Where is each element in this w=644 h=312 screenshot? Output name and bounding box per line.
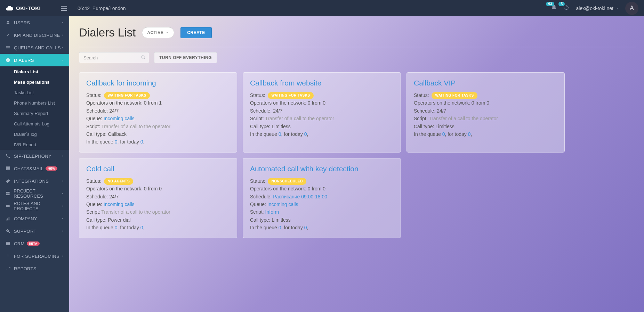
svg-rect-0	[6, 205, 10, 207]
sub-item-dialers-log[interactable]: Dialer`s log	[0, 129, 69, 139]
card-schedule: Schedule: 24/7	[414, 107, 557, 115]
sidebar-item-label: INTEGRATIONS	[14, 179, 49, 184]
user-menu[interactable]: alex@oki-toki.net	[576, 6, 619, 11]
card-call-type: Call type: Callback	[86, 130, 230, 138]
sidebar-item-reports[interactable]: REPORTS	[0, 262, 69, 275]
sidebar-item-crm[interactable]: CRM BETA	[0, 237, 69, 250]
brand-logo[interactable]: OKI-TOKI	[6, 5, 56, 12]
sidebar-item-label: CRM	[14, 241, 25, 246]
turn-off-button[interactable]: TURN OFF EVERYTHING	[154, 52, 217, 63]
chevron-left-icon	[61, 229, 64, 233]
search-input[interactable]	[79, 52, 149, 63]
status-badge: WAITING FOR TASKS	[104, 92, 150, 99]
sub-item-ivr-report[interactable]: IVR Report	[0, 139, 69, 150]
page-title: Dialers List	[79, 26, 136, 39]
timezone-value: Europe/London	[92, 6, 126, 11]
list-icon	[6, 45, 10, 50]
in-queue-link[interactable]: 0	[279, 225, 281, 230]
notif-count-2: 5	[558, 2, 565, 6]
card-operators: Operators on the network: 0 from 0	[414, 99, 557, 107]
sidebar-item-label: CHATS&MAIL	[14, 166, 43, 171]
script-link[interactable]: Inform	[265, 209, 279, 215]
card-title[interactable]: Cold call	[86, 165, 230, 173]
script-link[interactable]: Transfer of a call to the operator	[429, 116, 498, 121]
queue-link[interactable]: Incoming calls	[104, 202, 135, 207]
sidebar-item-kpi[interactable]: KPI AND DISCIPLINE	[0, 29, 69, 41]
in-queue-link[interactable]: 0	[115, 139, 118, 145]
card-title[interactable]: Callback for incoming	[86, 79, 230, 87]
sub-item-summary-report[interactable]: Summary Report	[0, 108, 69, 118]
notifications-bell[interactable]: 93	[551, 5, 557, 12]
queue-link[interactable]: Incoming calls	[104, 116, 135, 121]
sidebar-item-dialers[interactable]: DIALERS	[0, 54, 69, 66]
card-title[interactable]: Callback from website	[250, 79, 394, 87]
in-queue-link[interactable]: 0	[442, 131, 445, 137]
chevron-left-icon	[61, 46, 64, 49]
card-status: Status: NO AGENTS	[86, 177, 230, 185]
card-schedule: Schedule: 24/7	[86, 193, 230, 200]
chat-icon	[6, 166, 10, 171]
sidebar-item-superadmins[interactable]: FOR SUPERADMINS	[0, 250, 69, 262]
sub-item-dialers-list[interactable]: Dialers List	[0, 66, 69, 77]
warning-icon	[6, 254, 10, 258]
sub-item-call-attempts[interactable]: Call Attempts Log	[0, 118, 69, 129]
card-call-type: Call type: Limitless	[250, 216, 394, 224]
card-queue: Queue: Incoming calls	[86, 200, 230, 208]
card-title[interactable]: Automated call with key detection	[250, 165, 394, 173]
sidebar-item-label: COMPANY	[14, 216, 37, 221]
user-icon	[6, 20, 10, 25]
phone-icon	[6, 154, 10, 158]
notif-count-1: 93	[546, 2, 554, 6]
chevron-left-icon	[61, 204, 64, 208]
search-icon	[141, 55, 146, 60]
gears-icon	[6, 179, 10, 183]
sidebar-item-support[interactable]: SUPPORT	[0, 225, 69, 237]
script-link[interactable]: Transfer of a call to the operator	[101, 124, 170, 129]
top-bar: OKI-TOKI 06:42 Europe/London 93 5 alex@o…	[0, 0, 644, 16]
in-queue-link[interactable]: 0	[115, 225, 118, 230]
script-link[interactable]: Transfer of a call to the operator	[101, 209, 170, 215]
clock-display: 06:42 Europe/London	[78, 6, 126, 11]
for-today-link[interactable]: 0	[304, 225, 307, 230]
avatar[interactable]: A	[625, 2, 638, 15]
for-today-link[interactable]: 0	[140, 139, 143, 145]
queue-link[interactable]: Incoming calls	[267, 202, 298, 207]
sub-item-mass-operations[interactable]: Mass operations	[0, 77, 69, 87]
chart-icon	[6, 216, 10, 221]
sub-item-phone-numbers[interactable]: Phone Numbers List	[0, 98, 69, 108]
sidebar-item-chats[interactable]: CHATS&MAIL NEW	[0, 162, 69, 175]
sidebar-item-label: ROLES AND PROJECTS	[14, 201, 64, 211]
check-icon	[6, 33, 10, 38]
sidebar-item-integrations[interactable]: INTEGRATIONS	[0, 175, 69, 187]
create-button[interactable]: CREATE	[180, 27, 211, 38]
dialer-card: Callback VIP Status: WAITING FOR TASKS O…	[406, 72, 565, 153]
schedule-link[interactable]: Расписание 09:00-18:00	[273, 194, 327, 199]
filter-active-button[interactable]: ACTIVE	[142, 27, 174, 38]
trend-icon	[6, 266, 10, 271]
sidebar: USERS KPI AND DISCIPLINE QUEUES AND CALL…	[0, 16, 69, 312]
for-today-link[interactable]: 0	[140, 225, 143, 230]
chevron-down-icon	[615, 7, 619, 10]
sidebar-item-label: DIALERS	[14, 58, 34, 63]
in-queue-link[interactable]: 0	[279, 131, 281, 137]
chevron-left-icon	[61, 21, 64, 24]
sidebar-item-resources[interactable]: PROJECT RESOURCES	[0, 187, 69, 200]
script-link[interactable]: Transfer of a call to the operator	[265, 116, 334, 121]
for-today-link[interactable]: 0	[304, 131, 307, 137]
sidebar-item-roles[interactable]: ROLES AND PROJECTS	[0, 200, 69, 212]
cards-grid: Callback for incoming Status: WAITING FO…	[79, 72, 644, 238]
divider	[79, 47, 636, 47]
chevron-left-icon	[61, 217, 64, 220]
sidebar-item-company[interactable]: COMPANY	[0, 212, 69, 225]
brand-text: OKI-TOKI	[16, 5, 41, 11]
for-today-link[interactable]: 0	[468, 131, 471, 137]
sidebar-item-sip[interactable]: SIP-TELEPHONY	[0, 150, 69, 162]
menu-toggle-icon[interactable]	[61, 6, 67, 11]
notifications-refresh[interactable]: 5	[563, 5, 570, 12]
sidebar-item-queues[interactable]: QUEUES AND CALLS	[0, 41, 69, 54]
sub-item-tasks-list[interactable]: Tasks List	[0, 87, 69, 98]
chevron-left-icon	[61, 179, 64, 183]
sidebar-item-users[interactable]: USERS	[0, 16, 69, 29]
card-queue-counts: In the queue 0, for today 0,	[414, 130, 557, 138]
card-title[interactable]: Callback VIP	[414, 79, 557, 87]
